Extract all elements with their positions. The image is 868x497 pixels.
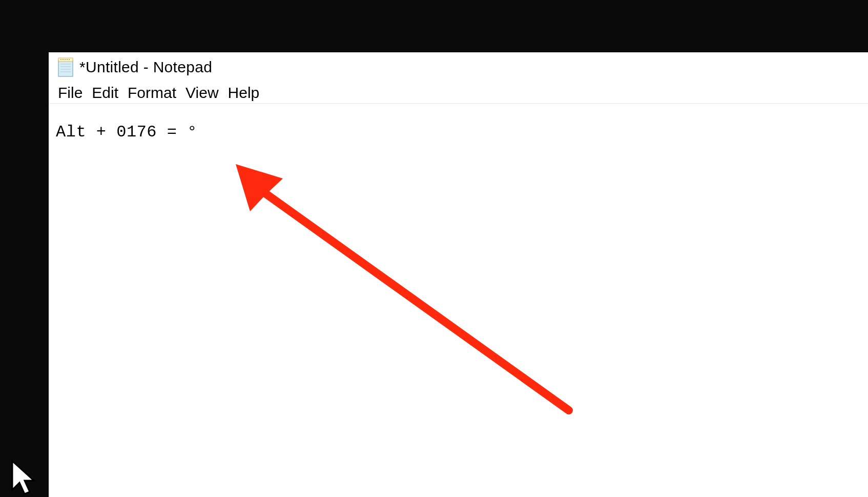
notepad-icon (57, 57, 74, 77)
svg-point-2 (60, 59, 61, 60)
menu-help[interactable]: Help (224, 83, 264, 103)
svg-point-4 (65, 59, 66, 60)
svg-point-6 (69, 59, 70, 60)
svg-point-3 (63, 59, 64, 60)
menu-format[interactable]: Format (123, 83, 180, 103)
menu-edit[interactable]: Edit (88, 83, 122, 103)
menu-bar: File Edit Format View Help (49, 82, 868, 104)
cursor-icon (10, 459, 36, 497)
notepad-window: *Untitled - Notepad File Edit Format Vie… (49, 52, 868, 497)
title-bar[interactable]: *Untitled - Notepad (49, 52, 868, 82)
menu-file[interactable]: File (54, 83, 87, 103)
svg-rect-0 (58, 60, 73, 76)
svg-point-5 (67, 59, 68, 60)
menu-view[interactable]: View (181, 83, 222, 103)
svg-marker-13 (12, 461, 34, 494)
text-editor[interactable]: Alt + 0176 = ° (49, 104, 868, 497)
window-title: *Untitled - Notepad (79, 58, 212, 76)
